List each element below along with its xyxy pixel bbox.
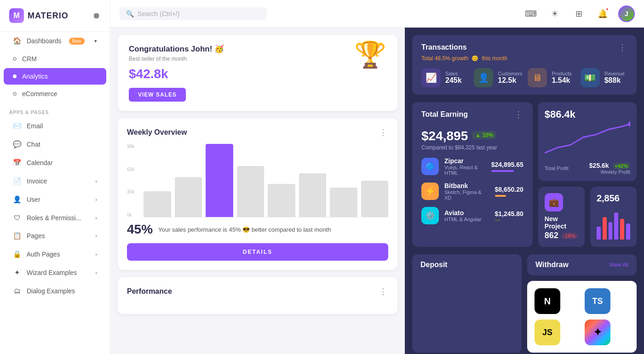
bitbank-name: Bitbank: [444, 182, 489, 189]
notification-icon[interactable]: 🔔: [594, 6, 611, 22]
sidebar-item-chat[interactable]: 💬 Chat: [4, 136, 106, 153]
sidebar-item-invoice[interactable]: 📄 Invoice ›: [4, 172, 106, 190]
total-profit-left: Total Profit: [545, 166, 569, 171]
sidebar-item-analytics[interactable]: Analytics: [4, 68, 106, 85]
aviato-amount: $1,245.80: [495, 210, 523, 217]
withdraw-tech-col: Withdraw View All N TS JS ✦: [527, 254, 637, 353]
zipcar-name: Zipcar: [444, 157, 486, 165]
sidebar-item-crm[interactable]: CRM: [4, 51, 106, 67]
perf-title: Performance: [127, 287, 172, 296]
search-box[interactable]: 🔍 Search (Ctrl+/): [120, 7, 267, 20]
aviato-sub: HTML & Angular: [444, 217, 489, 222]
calendar-label: Calendar: [27, 159, 53, 166]
sidebar-item-pages[interactable]: 📋 Pages ›: [4, 227, 106, 245]
weekly-description: Your sales performance is 45% 😎 better c…: [158, 226, 331, 233]
sidebar-item-wizard[interactable]: ✦ Wizard Examples ›: [4, 264, 106, 281]
details-button[interactable]: DETAILS: [127, 243, 388, 261]
sbar-2: [603, 217, 607, 240]
profit-big-value: $86.4k: [545, 108, 630, 120]
new-badge: New: [69, 38, 85, 45]
withdraw-view-all[interactable]: View All: [609, 262, 628, 268]
company-bitbank: ⚡ Bitbank Sketch, Figma & XD $8,650.20: [421, 182, 523, 200]
withdraw-card: Withdraw View All: [527, 254, 637, 275]
auth-icon: 🔒: [13, 250, 21, 258]
search-icon: 🔍: [126, 10, 134, 17]
pages-label: Pages: [27, 232, 45, 240]
sidebar-item-email[interactable]: ✉️ Email: [4, 117, 106, 135]
products-icon: 🖥: [528, 68, 547, 87]
aviato-name: Aviato: [444, 209, 489, 217]
new-project-card: 💼 New Project 862 -18%: [538, 187, 585, 247]
analytics-label: Analytics: [22, 73, 48, 80]
sidebar-item-user[interactable]: 👤 User ›: [4, 191, 106, 208]
bar-7: [330, 188, 357, 217]
grid-icon[interactable]: ⊞: [570, 6, 587, 22]
revenue-info: Revenue $88k: [604, 71, 625, 85]
customers-label: Customers: [498, 71, 522, 76]
bar-2: [175, 177, 202, 217]
sales-label: Sales: [445, 71, 462, 76]
bar-8: [361, 181, 389, 217]
email-label: Email: [27, 122, 43, 130]
weekly-profit-num: $25.6k: [589, 162, 609, 169]
tech-logos-card: N TS JS ✦: [527, 281, 637, 353]
total-profit-label: Total Profit: [545, 166, 569, 171]
total-earning-card: Total Earning ⋮ $24,895 ▲ 10% Compared t…: [412, 102, 533, 247]
bar-label-30k: 30k: [127, 189, 134, 194]
bar-label-0k: 0k: [127, 212, 134, 217]
perf-menu[interactable]: ⋮: [379, 286, 388, 297]
sidebar-item-roles[interactable]: 🛡 Roles & Permissi... ›: [4, 209, 106, 226]
avatar[interactable]: J: [618, 6, 635, 22]
circle-icon: [13, 57, 17, 61]
project-icon: 💼: [545, 193, 563, 211]
bar-1: [144, 191, 171, 217]
header-right: ⌨ ☀ ⊞ 🔔 J: [523, 6, 635, 22]
circle-active-icon: [13, 74, 17, 78]
bar-label-60k: 60k: [127, 167, 134, 172]
right-panel: Transactions ⋮ Total 48.5% growth 😊 this…: [405, 28, 644, 354]
theme-icon[interactable]: ☀: [546, 6, 563, 22]
bitbank-sub: Sketch, Figma & XD: [444, 189, 489, 200]
wizard-icon: ✦: [13, 268, 21, 277]
weekly-profit-right: $25.6k +42% Weekly Profit: [589, 162, 630, 175]
trans-emoji: 😊: [472, 55, 478, 62]
trans-menu[interactable]: ⋮: [618, 42, 627, 52]
sidebar-item-auth[interactable]: 🔒 Auth Pages ›: [4, 246, 106, 263]
deposit-card: Deposit: [412, 254, 522, 353]
auth-label: Auth Pages: [27, 251, 60, 258]
project-row: 💼 New Project 862 -18% 2,856: [538, 187, 637, 247]
weekly-card: Weekly Overview ⋮ 90k 60k 30k 0k: [118, 118, 397, 270]
bitbank-amount: $8,650.20: [495, 186, 523, 193]
translate-icon[interactable]: ⌨: [523, 6, 539, 22]
trans-stat-revenue: 💵 Revenue $88k: [581, 68, 627, 87]
middle-row: Total Earning ⋮ $24,895 ▲ 10% Compared t…: [412, 102, 637, 247]
congrats-card: Congratulations John! 🥳 Best seller of t…: [118, 35, 397, 111]
sidebar-item-dialog[interactable]: 🗂 Dialog Examples: [4, 282, 106, 299]
sidebar-item-dashboards[interactable]: 🏠 Dashboards New ▾: [4, 32, 106, 50]
small-bar-chart: [597, 207, 630, 240]
weekly-menu[interactable]: ⋮: [379, 127, 388, 137]
trans-header: Transactions ⋮: [421, 42, 627, 52]
customers-info: Customers 12.5k: [498, 71, 522, 85]
zipcar-sub: Vuejs, React & HTML: [444, 165, 486, 176]
revenue-icon: 💵: [581, 68, 600, 87]
bar-4: [237, 166, 264, 217]
project-title: New Project: [545, 215, 578, 230]
notification-dot: [605, 7, 609, 11]
sidebar-item-calendar[interactable]: 📅 Calendar: [4, 154, 106, 171]
weekly-profit-value: $25.6k +42%: [589, 162, 630, 169]
apps-pages-label: APPS & PAGES: [0, 103, 110, 117]
wizard-label: Wizard Examples: [27, 269, 77, 276]
sidebar-item-ecommerce[interactable]: eCommerce: [4, 86, 106, 102]
tech-figma: ✦: [585, 320, 610, 345]
svg-point-0: [628, 121, 630, 126]
bitbank-amount-col: $8,650.20: [495, 186, 523, 197]
project-value: 862: [545, 231, 558, 240]
earning-menu[interactable]: ⋮: [514, 109, 523, 120]
products-label: Products: [552, 71, 571, 76]
pages-icon: 📋: [13, 232, 21, 240]
view-sales-button[interactable]: VIEW SALES: [129, 88, 186, 102]
earning-list: 🔷 Zipcar Vuejs, React & HTML $24,895.65: [421, 157, 523, 224]
record-icon[interactable]: ⏺: [92, 11, 101, 21]
sbar-3: [609, 222, 613, 240]
